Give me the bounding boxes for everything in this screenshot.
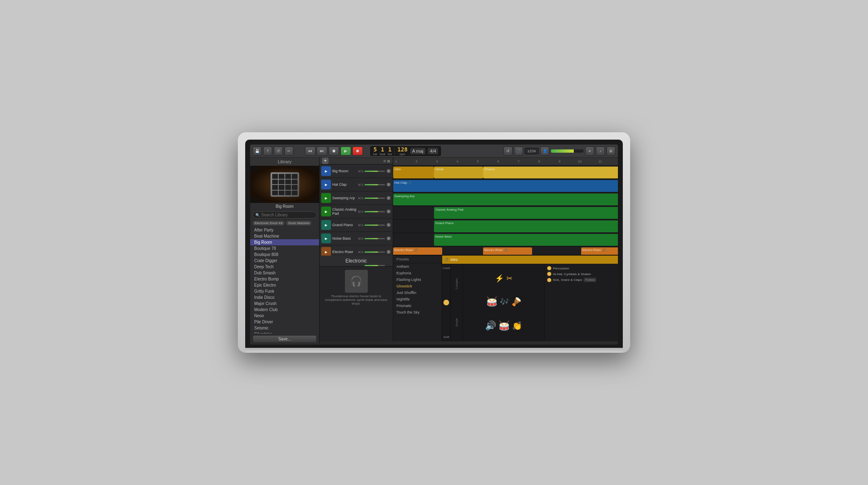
settings-icon[interactable]: ✂ bbox=[284, 147, 293, 156]
track-solo[interactable]: S bbox=[361, 197, 363, 200]
track-solo[interactable]: S bbox=[361, 251, 363, 254]
master-volume-bar[interactable] bbox=[551, 149, 584, 153]
track-fader[interactable] bbox=[365, 225, 385, 226]
pad-cell[interactable] bbox=[279, 191, 284, 196]
arr-block-grandpiano[interactable]: Grand Piano bbox=[434, 220, 618, 232]
arr-block-hatclap[interactable]: Hat Clap 🎵 bbox=[393, 180, 618, 192]
track-fader[interactable] bbox=[365, 171, 385, 172]
preset-item[interactable]: Anthem bbox=[393, 263, 442, 270]
arr-block-electroriser3[interactable]: Electro Riser 🎵 bbox=[581, 247, 618, 255]
pad-cell[interactable] bbox=[272, 180, 278, 185]
library-item[interactable]: Dub Smash bbox=[250, 270, 319, 276]
track-solo[interactable]: S bbox=[361, 170, 363, 173]
library-item[interactable]: Gritty Funk bbox=[250, 288, 319, 294]
fast-forward-button[interactable]: ⏭ bbox=[317, 147, 327, 156]
master-vol[interactable]: 👤 bbox=[540, 147, 549, 156]
library-item[interactable]: Big Room bbox=[250, 239, 319, 245]
library-item[interactable]: Modern Club bbox=[250, 307, 319, 313]
track-mute[interactable]: M bbox=[358, 170, 360, 173]
preset-item[interactable]: Flashing Lights bbox=[393, 276, 442, 283]
track-fader[interactable] bbox=[365, 265, 385, 266]
pad-cell[interactable] bbox=[279, 180, 284, 185]
pad-cell[interactable] bbox=[292, 191, 298, 196]
metronome-icon[interactable]: ⏱ bbox=[274, 147, 283, 156]
help-icon[interactable]: ? bbox=[263, 147, 272, 156]
track-volume-knob[interactable] bbox=[386, 182, 391, 187]
preset-item[interactable]: Just Shufflin bbox=[393, 289, 442, 296]
track-volume-knob[interactable] bbox=[386, 249, 391, 254]
track-volume-knob[interactable] bbox=[386, 196, 391, 200]
pad-cell[interactable] bbox=[292, 180, 298, 185]
pad-cell[interactable] bbox=[285, 180, 291, 185]
track-mute[interactable]: M bbox=[358, 224, 360, 227]
rewind-button[interactable]: ⏮ bbox=[305, 147, 315, 156]
library-item[interactable]: Pile Driver bbox=[250, 319, 319, 325]
search-bar[interactable]: 🔍 bbox=[253, 211, 317, 218]
arr-block-intro[interactable]: Intro bbox=[393, 167, 434, 178]
track-solo[interactable]: S bbox=[361, 183, 363, 186]
stop-button[interactable]: ⏹ bbox=[329, 147, 339, 156]
preset-item[interactable]: Glowstick bbox=[393, 283, 442, 289]
arr-block-chorus[interactable]: Chorus bbox=[483, 167, 618, 178]
arr-block-verse[interactable]: Verse bbox=[434, 167, 483, 178]
track-volume-knob[interactable] bbox=[386, 222, 391, 227]
score-editor-icon[interactable]: ♪ bbox=[596, 147, 605, 156]
library-item[interactable]: Indie Disco bbox=[250, 294, 319, 300]
track-solo[interactable]: S bbox=[361, 224, 363, 227]
record-button[interactable]: ⏺ bbox=[352, 147, 363, 156]
track-solo[interactable]: S bbox=[361, 237, 363, 240]
mixer-icon[interactable]: ⊞ bbox=[606, 147, 615, 156]
pad-cell[interactable] bbox=[272, 174, 278, 179]
preset-item[interactable]: Touch the Sky bbox=[393, 309, 442, 316]
beat-position-dot[interactable] bbox=[443, 300, 449, 305]
pad-cell[interactable] bbox=[279, 174, 284, 179]
save-button[interactable]: Save... bbox=[253, 335, 317, 343]
pad-cell[interactable] bbox=[285, 174, 291, 179]
pad-cell[interactable] bbox=[272, 185, 278, 190]
library-item[interactable]: Crate Digger bbox=[250, 258, 319, 264]
arr-block-sweepingarp[interactable]: Sweeping Arp bbox=[393, 194, 618, 205]
track-fader[interactable] bbox=[365, 251, 385, 253]
pad-cell[interactable] bbox=[292, 174, 298, 179]
track-fader[interactable] bbox=[365, 184, 385, 185]
library-item[interactable]: Boutique 808 bbox=[250, 251, 319, 258]
library-item[interactable]: Beat Machine bbox=[250, 233, 319, 239]
search-input[interactable] bbox=[261, 213, 314, 217]
tuner-button[interactable]: 🎵 bbox=[514, 147, 523, 156]
follow-button[interactable]: Follow bbox=[584, 278, 596, 282]
beat-pad-area[interactable]: Loud Soft bbox=[442, 264, 450, 341]
library-item[interactable]: Seismic bbox=[250, 325, 319, 331]
track-fader[interactable] bbox=[365, 198, 385, 199]
pad-cell[interactable] bbox=[285, 185, 291, 190]
pad-cell[interactable] bbox=[292, 185, 298, 190]
track-mute[interactable]: M bbox=[358, 183, 360, 186]
library-item[interactable]: Epic Electro bbox=[250, 282, 319, 288]
track-mute[interactable]: M bbox=[358, 251, 360, 254]
save-icon[interactable]: 💾 bbox=[253, 147, 262, 156]
library-item[interactable]: Silverlake bbox=[250, 331, 319, 334]
track-mute[interactable]: M bbox=[358, 237, 360, 240]
preset-item[interactable]: Nightlife bbox=[393, 296, 442, 303]
arr-block-noisebass[interactable]: Noise Bass bbox=[434, 234, 618, 246]
library-item[interactable]: Boutique 78 bbox=[250, 245, 319, 251]
library-item[interactable]: Neon bbox=[250, 313, 319, 319]
cycle-button[interactable]: ↺ bbox=[503, 147, 512, 156]
preset-item[interactable]: Prismatic bbox=[393, 303, 442, 309]
track-volume-knob[interactable] bbox=[386, 209, 391, 214]
track-volume-knob[interactable] bbox=[386, 236, 391, 241]
library-item[interactable]: After Party bbox=[250, 227, 319, 233]
track-volume-knob[interactable] bbox=[386, 169, 391, 174]
track-fader[interactable] bbox=[365, 238, 385, 239]
arr-block-electroriser1[interactable]: Electro Riser 🎵 bbox=[393, 247, 442, 255]
track-mute[interactable]: M bbox=[358, 210, 360, 213]
library-item[interactable]: Deep Tech bbox=[250, 264, 319, 270]
add-track-button[interactable]: + bbox=[322, 158, 329, 164]
library-item[interactable]: Major Crush bbox=[250, 300, 319, 307]
track-mute[interactable]: M bbox=[358, 197, 360, 200]
play-button[interactable]: ▶ bbox=[340, 147, 351, 156]
pad-cell[interactable] bbox=[279, 185, 284, 190]
breadcrumb-electronic[interactable]: Electronic Drum Kit bbox=[253, 221, 284, 225]
track-solo[interactable]: S bbox=[361, 210, 363, 213]
arr-block-electroriser2[interactable]: Electro Riser 🎵 bbox=[483, 247, 532, 255]
pad-cell[interactable] bbox=[285, 191, 291, 196]
